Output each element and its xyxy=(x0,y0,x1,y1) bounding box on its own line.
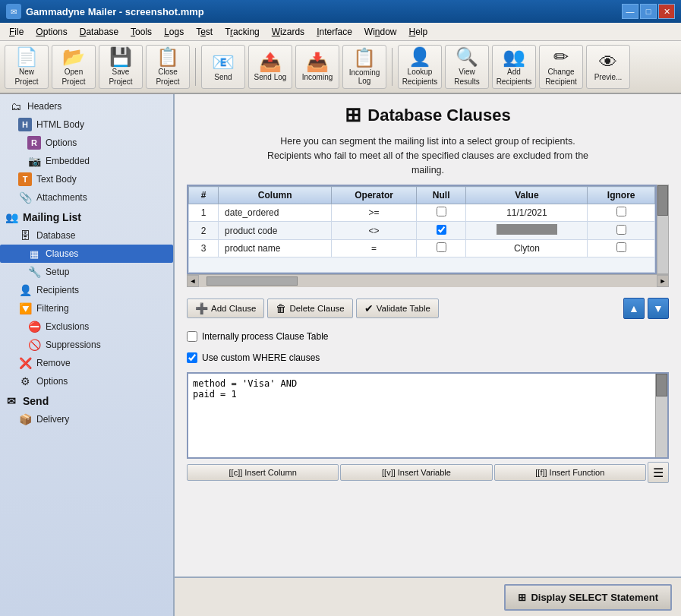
clause-table-area: # Column Operator Null Value Ignore 1 xyxy=(187,185,669,274)
toolbar-view-results[interactable]: 🔍 View Results xyxy=(445,45,489,89)
row1-ignore[interactable] xyxy=(588,204,655,222)
validate-table-button[interactable]: ✔ Validate Table xyxy=(356,299,439,318)
table-row[interactable]: 1 date_ordered >= 11/1/2021 xyxy=(189,204,655,222)
col-header-null: Null xyxy=(416,187,465,204)
menu-wizards[interactable]: Wizards xyxy=(266,25,311,39)
insert-function-button[interactable]: [[f]] Insert Function xyxy=(494,464,646,481)
menu-test[interactable]: Test xyxy=(190,25,219,39)
menu-tracking[interactable]: Tracking xyxy=(219,25,266,39)
sidebar-item-exclusions[interactable]: ⛔ Exclusions xyxy=(0,317,173,336)
table-row[interactable]: 3 product name = Clyton xyxy=(189,240,655,257)
menu-options[interactable]: Options xyxy=(30,25,73,39)
toolbar-open-project-label2: Project xyxy=(61,77,85,86)
menu-window[interactable]: Window xyxy=(358,25,403,39)
row2-ignore-checkbox[interactable] xyxy=(616,225,626,235)
row3-ignore[interactable] xyxy=(588,240,655,257)
sidebar-item-recipients[interactable]: 👤 Recipients xyxy=(0,281,173,299)
sidebar-suppressions-label: Suppressions xyxy=(46,340,101,350)
row1-null[interactable] xyxy=(416,204,465,222)
sidebar-item-remove[interactable]: ❌ Remove xyxy=(0,354,173,372)
where-scrollbar-thumb[interactable] xyxy=(656,374,667,396)
use-custom-where-checkbox[interactable] xyxy=(187,352,197,363)
horiz-scroll-right[interactable]: ► xyxy=(657,275,669,287)
sidebar-item-options[interactable]: R Options xyxy=(0,134,173,152)
table-scrollbar-thumb[interactable] xyxy=(657,185,668,216)
sidebar-item-delivery[interactable]: 📦 Delivery xyxy=(0,410,173,428)
horiz-scroll-left[interactable]: ◄ xyxy=(187,275,199,287)
sidebar-item-html-body[interactable]: H HTML Body xyxy=(0,115,173,134)
where-vert-scrollbar[interactable] xyxy=(655,374,667,457)
lookup-recipients-icon: 👤 xyxy=(408,48,431,66)
row1-null-checkbox[interactable] xyxy=(437,207,446,216)
toolbar-add-label: Add xyxy=(507,68,521,76)
down-arrow-button[interactable]: ▼ xyxy=(648,298,669,319)
row2-null-checkbox[interactable] xyxy=(437,225,446,235)
row1-ignore-checkbox[interactable] xyxy=(616,207,626,216)
display-select-button[interactable]: ⊞ Display SELECT Statement xyxy=(504,584,672,611)
database-icon: 🗄 xyxy=(18,229,32,242)
toolbar-send[interactable]: 📧 Send xyxy=(201,45,245,89)
row2-operator: <> xyxy=(332,222,417,240)
menu-database[interactable]: Database xyxy=(74,25,125,39)
sidebar-item-headers[interactable]: 🗂 Headers xyxy=(0,97,173,115)
add-clause-button[interactable]: ➕ Add Clause xyxy=(187,299,264,318)
more-menu-button[interactable]: ☰ xyxy=(648,462,669,483)
insert-variable-button[interactable]: [[v]] Insert Variable xyxy=(340,464,492,481)
toolbar-add-recipients[interactable]: 👥 Add Recipients xyxy=(492,45,536,89)
clause-buttons-row: ➕ Add Clause 🗑 Delete Clause ✔ Validate … xyxy=(187,295,669,322)
new-project-icon: 📄 xyxy=(15,48,38,66)
sidebar-item-embedded[interactable]: 📷 Embedded xyxy=(0,152,173,170)
sidebar-remove-label: Remove xyxy=(36,358,71,368)
row2-value xyxy=(466,222,588,240)
insert-column-button[interactable]: [[c]] Insert Column xyxy=(187,464,339,481)
sidebar-item-clauses[interactable]: ▦ Clauses xyxy=(0,245,173,263)
menu-interface[interactable]: Interface xyxy=(311,25,358,39)
horiz-scroll-track[interactable] xyxy=(199,275,657,287)
toolbar-incoming[interactable]: 📥 Incoming xyxy=(295,45,339,89)
minimize-button[interactable]: — xyxy=(622,4,638,19)
toolbar-send-log[interactable]: 📤 Send Log xyxy=(248,45,292,89)
sidebar-item-text-body[interactable]: T Text Body xyxy=(0,170,173,188)
toolbar-close-project[interactable]: 📋 Close Project xyxy=(146,45,190,89)
close-button[interactable]: ✕ xyxy=(658,4,675,19)
validate-table-icon: ✔ xyxy=(364,302,374,314)
headers-icon: 🗂 xyxy=(9,100,23,113)
horiz-scroll-thumb[interactable] xyxy=(207,276,298,286)
table-row[interactable]: 2 product code <> xyxy=(189,222,655,240)
sidebar-item-ml-options[interactable]: ⚙ Options xyxy=(0,372,173,390)
where-textarea[interactable]: method = 'Visa' AND paid = 1 xyxy=(188,374,655,457)
toolbar-sep2 xyxy=(392,48,393,86)
row3-column: product name xyxy=(219,240,332,257)
sidebar-item-setup[interactable]: 🔧 Setup xyxy=(0,263,173,281)
delete-clause-button[interactable]: 🗑 Delete Clause xyxy=(267,299,352,318)
up-arrow-button[interactable]: ▲ xyxy=(623,298,645,319)
maximize-button[interactable]: □ xyxy=(640,4,657,19)
row3-null[interactable] xyxy=(416,240,465,257)
sidebar-item-database[interactable]: 🗄 Database xyxy=(0,226,173,245)
row3-ignore-checkbox[interactable] xyxy=(616,242,626,252)
menu-help[interactable]: Help xyxy=(403,25,434,39)
bottom-bar: ⊞ Display SELECT Statement xyxy=(175,577,681,616)
toolbar-view-label2: Results xyxy=(454,77,479,86)
sidebar-item-suppressions[interactable]: 🚫 Suppressions xyxy=(0,336,173,354)
toolbar-open-project[interactable]: 📂 Open Project xyxy=(52,45,96,89)
toolbar-sep1 xyxy=(195,48,196,86)
col-header-operator: Operator xyxy=(332,187,417,204)
toolbar-lookup-recipients[interactable]: 👤 Lookup Recipients xyxy=(398,45,442,89)
sidebar-item-filtering[interactable]: 🔽 Filtering xyxy=(0,299,173,317)
row3-null-checkbox[interactable] xyxy=(437,242,446,252)
row2-ignore[interactable] xyxy=(588,222,655,240)
menu-logs[interactable]: Logs xyxy=(158,25,190,39)
sidebar-item-attachments[interactable]: 📎 Attachments xyxy=(0,188,173,207)
toolbar-new-project[interactable]: 📄 New Project xyxy=(5,45,49,89)
row2-null[interactable] xyxy=(416,222,465,240)
internally-process-checkbox[interactable] xyxy=(187,331,197,342)
menu-file[interactable]: File xyxy=(3,25,30,39)
table-vert-scrollbar[interactable] xyxy=(657,185,669,274)
clauses-icon: ▦ xyxy=(27,247,41,261)
toolbar-incoming-log[interactable]: 📋 Incoming Log xyxy=(342,45,386,89)
menu-tools[interactable]: Tools xyxy=(125,25,158,39)
toolbar-save-project[interactable]: 💾 Save Project xyxy=(99,45,143,89)
toolbar-preview[interactable]: 👁 Previe... xyxy=(586,45,630,89)
toolbar-change-recipient[interactable]: ✏ Change Recipient xyxy=(539,45,583,89)
